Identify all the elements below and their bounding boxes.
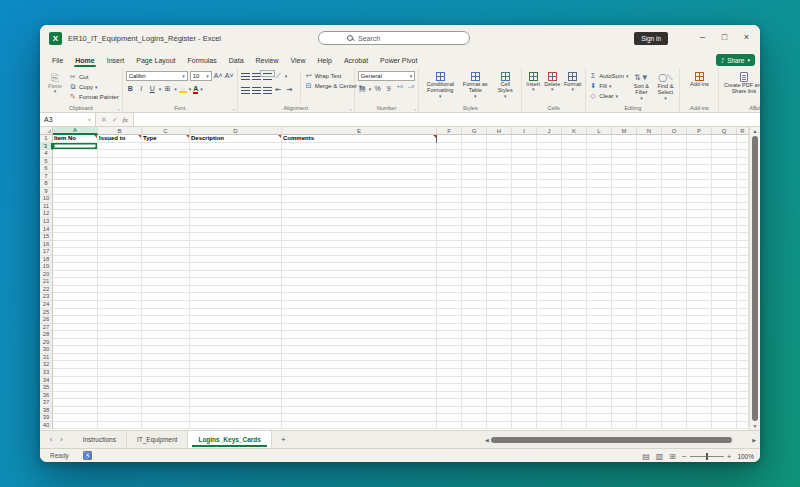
row-header-3[interactable]: 3 xyxy=(40,143,53,151)
cell-R24[interactable] xyxy=(737,301,749,309)
cell-Q29[interactable] xyxy=(712,339,737,347)
cell-J35[interactable] xyxy=(537,384,562,392)
column-header-E[interactable]: E xyxy=(282,127,437,135)
cell-N26[interactable] xyxy=(637,316,662,324)
cell-Q17[interactable] xyxy=(712,248,737,256)
cell-C7[interactable] xyxy=(142,173,190,181)
cell-E37[interactable] xyxy=(282,399,437,407)
cell-K18[interactable] xyxy=(562,256,587,264)
cell-H12[interactable] xyxy=(487,210,512,218)
clipboard-dialog-launcher[interactable]: ⌟ xyxy=(117,105,119,111)
cell-K28[interactable] xyxy=(562,331,587,339)
cell-G30[interactable] xyxy=(462,346,487,354)
cell-D31[interactable] xyxy=(190,354,282,362)
cell-Q27[interactable] xyxy=(712,324,737,332)
cell-P28[interactable] xyxy=(687,331,712,339)
cell-G29[interactable] xyxy=(462,339,487,347)
cell-C34[interactable] xyxy=(142,377,190,385)
cell-K23[interactable] xyxy=(562,293,587,301)
cell-I29[interactable] xyxy=(512,339,537,347)
cell-P36[interactable] xyxy=(687,392,712,400)
cell-B33[interactable] xyxy=(98,369,142,377)
cell-F29[interactable] xyxy=(437,339,462,347)
cell-L21[interactable] xyxy=(587,278,612,286)
wrap-text-button[interactable]: ↩Wrap Text xyxy=(305,71,362,80)
cell-A29[interactable] xyxy=(53,339,98,347)
cell-P23[interactable] xyxy=(687,293,712,301)
accounting-format-icon[interactable]: ▤ xyxy=(358,84,367,94)
cell-F33[interactable] xyxy=(437,369,462,377)
cell-B27[interactable] xyxy=(98,324,142,332)
cell-C32[interactable] xyxy=(142,361,190,369)
cell-I27[interactable] xyxy=(512,324,537,332)
cell-R20[interactable] xyxy=(737,271,749,279)
cell-A6[interactable] xyxy=(53,165,98,173)
cell-A40[interactable] xyxy=(53,422,98,430)
cell-D6[interactable] xyxy=(190,165,282,173)
name-box-dropdown-icon[interactable]: ˅ xyxy=(88,117,91,123)
increase-font-icon[interactable]: A˄ xyxy=(214,71,223,81)
cell-B17[interactable] xyxy=(98,248,142,256)
cell-Q11[interactable] xyxy=(712,203,737,211)
cell-H15[interactable] xyxy=(487,233,512,241)
cell-B36[interactable] xyxy=(98,392,142,400)
cell-Q38[interactable] xyxy=(712,407,737,415)
menu-tab-insert[interactable]: Insert xyxy=(101,55,131,68)
cell-P8[interactable] xyxy=(687,180,712,188)
cell-M22[interactable] xyxy=(612,286,637,294)
cell-C25[interactable] xyxy=(142,309,190,317)
cell-M12[interactable] xyxy=(612,210,637,218)
cell-C35[interactable] xyxy=(142,384,190,392)
cell-M8[interactable] xyxy=(612,180,637,188)
cell-I1[interactable] xyxy=(512,135,537,143)
cell-J12[interactable] xyxy=(537,210,562,218)
cell-P14[interactable] xyxy=(687,226,712,234)
cell-I20[interactable] xyxy=(512,271,537,279)
cell-G15[interactable] xyxy=(462,233,487,241)
cell-F36[interactable] xyxy=(437,392,462,400)
cell-B8[interactable] xyxy=(98,180,142,188)
cell-H35[interactable] xyxy=(487,384,512,392)
cell-F27[interactable] xyxy=(437,324,462,332)
cell-M25[interactable] xyxy=(612,309,637,317)
cell-G9[interactable] xyxy=(462,188,487,196)
cell-N9[interactable] xyxy=(637,188,662,196)
cell-Q39[interactable] xyxy=(712,414,737,422)
cell-J30[interactable] xyxy=(537,346,562,354)
cell-A23[interactable] xyxy=(53,293,98,301)
cell-P31[interactable] xyxy=(687,354,712,362)
cell-H38[interactable] xyxy=(487,407,512,415)
cell-K22[interactable] xyxy=(562,286,587,294)
cell-D14[interactable] xyxy=(190,226,282,234)
cell-J27[interactable] xyxy=(537,324,562,332)
cell-J5[interactable] xyxy=(537,158,562,166)
cell-I16[interactable] xyxy=(512,241,537,249)
cell-H32[interactable] xyxy=(487,361,512,369)
cell-P32[interactable] xyxy=(687,361,712,369)
cell-E14[interactable] xyxy=(282,226,437,234)
cell-J13[interactable] xyxy=(537,218,562,226)
cell-M37[interactable] xyxy=(612,399,637,407)
cell-H27[interactable] xyxy=(487,324,512,332)
cell-J6[interactable] xyxy=(537,165,562,173)
cell-O20[interactable] xyxy=(662,271,687,279)
column-header-N[interactable]: N xyxy=(637,127,662,135)
vertical-scroll-thumb[interactable] xyxy=(752,136,758,421)
cell-A24[interactable] xyxy=(53,301,98,309)
cell-P35[interactable] xyxy=(687,384,712,392)
column-header-P[interactable]: P xyxy=(687,127,712,135)
alignment-dialog-launcher[interactable]: ⌟ xyxy=(349,105,351,111)
cell-J37[interactable] xyxy=(537,399,562,407)
cell-R31[interactable] xyxy=(737,354,749,362)
cell-A16[interactable] xyxy=(53,241,98,249)
cell-E33[interactable] xyxy=(282,369,437,377)
cell-G39[interactable] xyxy=(462,414,487,422)
cell-F28[interactable] xyxy=(437,331,462,339)
cell-R19[interactable] xyxy=(737,263,749,271)
cell-D11[interactable] xyxy=(190,203,282,211)
cell-Q21[interactable] xyxy=(712,278,737,286)
cell-F24[interactable] xyxy=(437,301,462,309)
cancel-entry-icon[interactable]: ✕ xyxy=(101,116,107,124)
cell-N40[interactable] xyxy=(637,422,662,430)
cell-J22[interactable] xyxy=(537,286,562,294)
